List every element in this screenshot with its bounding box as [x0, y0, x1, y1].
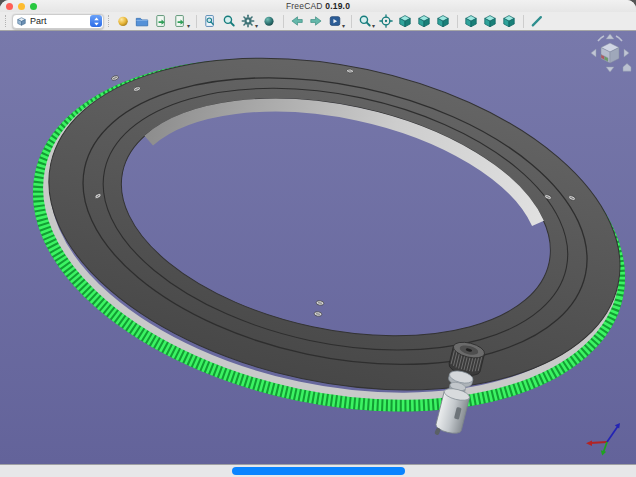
view-right-icon — [464, 14, 478, 28]
dropdown-caret-icon: ▾ — [187, 23, 190, 29]
export-button[interactable] — [153, 13, 170, 30]
toolbar-separator — [351, 15, 352, 28]
view-isometric-icon — [398, 14, 412, 28]
navcube-cube-icon — [601, 43, 619, 63]
undo-button[interactable] — [289, 13, 306, 30]
view-right-button[interactable] — [463, 13, 480, 30]
view-top-icon — [436, 14, 450, 28]
record-macro-icon — [262, 14, 276, 28]
workbench-selector[interactable]: Part — [12, 14, 104, 29]
search-icon — [222, 14, 236, 28]
toolbar-separator — [283, 15, 284, 28]
view-options-icon — [241, 14, 255, 28]
record-macro-button[interactable] — [261, 13, 278, 30]
measure-distance-icon — [530, 14, 544, 28]
view-front-icon — [417, 14, 431, 28]
view-top-button[interactable] — [435, 13, 452, 30]
part-workbench-icon — [16, 16, 27, 27]
find-icon — [203, 14, 217, 28]
view-front-button[interactable] — [416, 13, 433, 30]
main-toolbar: Part ▾▾▾▾ — [0, 12, 636, 31]
3d-viewport[interactable] — [0, 31, 636, 464]
toolbar-grip — [108, 15, 111, 27]
redo-button[interactable] — [308, 13, 325, 30]
new-document-icon — [116, 14, 130, 28]
window-title: FreeCAD 0.19.0 — [0, 1, 636, 11]
dropdown-caret-icon: ▾ — [255, 23, 258, 29]
recent-actions-icon — [328, 14, 342, 28]
fit-all-icon — [379, 14, 393, 28]
zoom-tools-button[interactable]: ▾ — [357, 13, 376, 30]
view-rear-button[interactable] — [482, 13, 499, 30]
view-isometric-button[interactable] — [397, 13, 414, 30]
toolbar-buttons: ▾▾▾▾ — [115, 13, 546, 30]
view-bottom-button[interactable] — [501, 13, 518, 30]
app-name: FreeCAD — [286, 1, 323, 11]
traffic-lights — [0, 3, 37, 10]
title-bar: FreeCAD 0.19.0 — [0, 0, 636, 12]
new-document-button[interactable] — [115, 13, 132, 30]
horizontal-scrollbar-thumb[interactable] — [232, 467, 405, 475]
undo-icon — [290, 14, 304, 28]
find-button[interactable] — [202, 13, 219, 30]
dropdown-caret-icon: ▾ — [342, 23, 345, 29]
view-rear-icon — [483, 14, 497, 28]
view-bottom-icon — [502, 14, 516, 28]
recent-actions-button[interactable]: ▾ — [327, 13, 346, 30]
freecad-window: FreeCAD 0.19.0 Part ▾▾▾▾ — [0, 0, 636, 477]
status-bar — [0, 464, 636, 477]
export-icon — [154, 14, 168, 28]
3d-view-container — [0, 31, 636, 464]
export-as-icon — [173, 14, 187, 28]
redo-icon — [309, 14, 323, 28]
combo-chevrons-icon — [90, 15, 102, 27]
minimize-button[interactable] — [18, 3, 25, 10]
zoom-button[interactable] — [30, 3, 37, 10]
toolbar-separator — [523, 15, 524, 28]
close-button[interactable] — [6, 3, 13, 10]
export-as-button[interactable]: ▾ — [172, 13, 191, 30]
measure-distance-button[interactable] — [529, 13, 546, 30]
toolbar-separator — [457, 15, 458, 28]
app-version: 0.19.0 — [325, 1, 350, 11]
open-document-icon — [135, 14, 149, 28]
zoom-tools-icon — [358, 14, 372, 28]
search-button[interactable] — [221, 13, 238, 30]
toolbar-grip — [5, 15, 8, 27]
workbench-selector-value: Part — [30, 17, 87, 26]
fit-all-button[interactable] — [378, 13, 395, 30]
view-options-button[interactable]: ▾ — [240, 13, 259, 30]
open-document-button[interactable] — [134, 13, 151, 30]
dropdown-caret-icon: ▾ — [372, 23, 375, 29]
toolbar-separator — [196, 15, 197, 28]
